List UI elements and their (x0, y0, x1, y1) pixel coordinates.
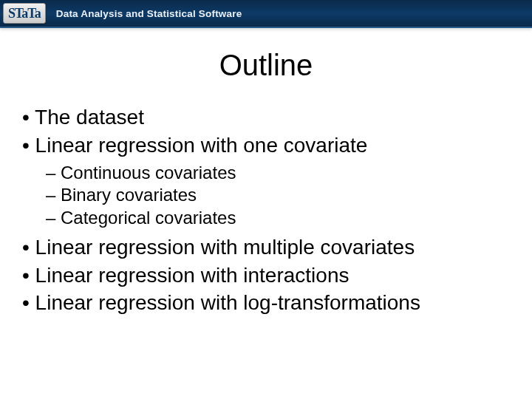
bullet-text: Binary covariates (61, 185, 197, 205)
list-item: Linear regression with interactions (22, 262, 532, 289)
bullet-text: Linear regression with one covariate (35, 134, 368, 157)
list-item: Linear regression with multiple covariat… (22, 234, 532, 261)
page-title: Outline (0, 49, 532, 82)
bullet-text: Continuous covariates (61, 163, 236, 183)
list-item: Binary covariates (46, 184, 532, 207)
list-item: Linear regression with one covariate Con… (22, 132, 532, 230)
bullet-list: The dataset Linear regression with one c… (22, 104, 532, 316)
bullet-text: Linear regression with multiple covariat… (35, 236, 415, 259)
list-item: Continuous covariates (46, 162, 532, 185)
list-item: The dataset (22, 104, 532, 131)
bullet-text: Linear regression with log-transformatio… (35, 291, 420, 314)
sub-bullet-list: Continuous covariates Binary covariates … (46, 162, 532, 230)
bullet-text: The dataset (35, 106, 144, 129)
slide: STaTa Data Analysis and Statistical Soft… (0, 0, 532, 399)
bullet-text: Categorical covariates (61, 208, 236, 228)
logo-text: STaTa (8, 6, 41, 21)
header-bar: STaTa Data Analysis and Statistical Soft… (0, 0, 532, 28)
tagline: Data Analysis and Statistical Software (56, 8, 242, 19)
list-item: Categorical covariates (46, 207, 532, 230)
outline-content: The dataset Linear regression with one c… (22, 104, 532, 316)
stata-logo: STaTa (3, 3, 46, 24)
bullet-text: Linear regression with interactions (35, 264, 349, 287)
list-item: Linear regression with log-transformatio… (22, 290, 532, 316)
